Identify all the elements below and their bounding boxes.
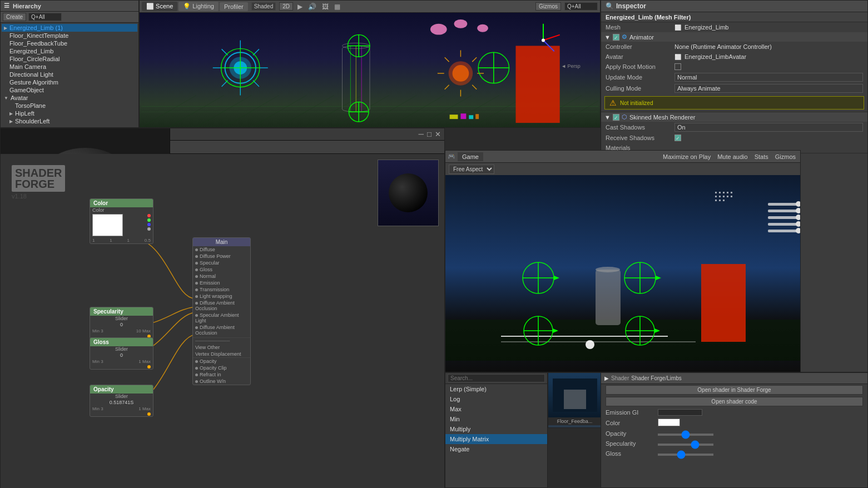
gloss-node-header: Gloss bbox=[90, 338, 153, 346]
specularity-label: Specularity bbox=[606, 440, 656, 447]
specularity-slider[interactable] bbox=[658, 444, 713, 446]
hier-item-shoulderleft[interactable]: ▶ ShoulderLeft bbox=[2, 117, 137, 125]
hier-item-dir-light[interactable]: Directional Light bbox=[2, 71, 137, 78]
gizmos-button[interactable]: Gizmos bbox=[773, 153, 798, 161]
color-node-header: Color bbox=[90, 199, 153, 207]
scene-settings-icon[interactable]: ▦ bbox=[333, 3, 341, 11]
func-item-negate[interactable]: Negate bbox=[445, 444, 547, 454]
hier-item-gesture[interactable]: Gesture Algorithm bbox=[2, 78, 137, 86]
hier-item-floor-kinect[interactable]: Floor_KinectTemplate bbox=[2, 32, 137, 39]
specularity-node-header: Specularity bbox=[90, 307, 153, 316]
hier-item-floor-circle[interactable]: Floor_CircleRadial bbox=[2, 55, 137, 63]
hier-item-label: Main Camera bbox=[9, 63, 46, 70]
apply-root-motion-checkbox[interactable] bbox=[674, 63, 681, 70]
hier-item-floor-feedback[interactable]: Floor_FeedbackTube bbox=[2, 39, 137, 47]
hier-item-energized-limb[interactable]: ▶ Energized_Limb (1) bbox=[2, 24, 137, 32]
color-port-group bbox=[124, 214, 151, 236]
hierarchy-search-input[interactable] bbox=[28, 13, 62, 21]
open-shader-forge-button[interactable]: Open shader in Shader Forge bbox=[606, 385, 863, 395]
game-canvas[interactable] bbox=[445, 175, 800, 372]
hier-item-gameobject[interactable]: GameObject bbox=[2, 86, 137, 94]
game-tab[interactable]: Game bbox=[458, 152, 483, 161]
hier-item-hipleft[interactable]: ▶ HipLeft bbox=[2, 109, 137, 117]
color-swatch[interactable] bbox=[658, 419, 680, 426]
func-item-min[interactable]: Min bbox=[445, 414, 547, 424]
func-item-lerp[interactable]: Lerp (Simple) bbox=[445, 384, 547, 394]
port-g bbox=[147, 218, 151, 222]
tab-profiler[interactable]: Profiler bbox=[220, 2, 248, 11]
apply-root-motion-label: Apply Root Motion bbox=[606, 63, 672, 70]
func-item-multiply[interactable]: Multiply bbox=[445, 424, 547, 434]
sf-close-button[interactable]: ✕ bbox=[435, 130, 441, 138]
tab-scene[interactable]: ⬜ Scene bbox=[142, 2, 177, 11]
warning-icon: ⚠ bbox=[609, 98, 617, 107]
color-node-values: 1110.5 bbox=[90, 237, 153, 243]
skinned-mesh-checkbox[interactable]: ✓ bbox=[613, 114, 619, 121]
svg-line-61 bbox=[543, 35, 560, 41]
scene-play-icon[interactable]: ▶ bbox=[296, 3, 304, 11]
section-expand-icon: ▼ bbox=[604, 34, 611, 41]
tab-lighting[interactable]: 💡 Lighting bbox=[178, 2, 219, 11]
mesh-row: Mesh ⬜ Energized_Limb bbox=[601, 22, 867, 32]
gloss-node[interactable]: Gloss Slider 0 Min 3 1 Max bbox=[90, 337, 153, 370]
hierarchy-title: Hierarchy bbox=[13, 3, 41, 9]
func-item-log[interactable]: Log bbox=[445, 394, 547, 404]
svg-line-10 bbox=[169, 96, 224, 127]
cast-shadows-value[interactable]: On bbox=[674, 123, 863, 132]
sf-logo: SHADER FORGE bbox=[12, 165, 65, 192]
shaded-dropdown[interactable]: Shaded bbox=[251, 2, 276, 11]
update-mode-value[interactable]: Normal bbox=[674, 73, 863, 82]
hierarchy-panel: ☰ Hierarchy Create ▶ Energized_Limb (1) … bbox=[0, 0, 139, 128]
opacity-slider[interactable] bbox=[658, 434, 713, 436]
sf-restore-button[interactable]: □ bbox=[427, 130, 431, 138]
hier-item-energized-limb2[interactable]: Energized_Limb bbox=[2, 47, 137, 55]
skinned-mesh-header[interactable]: ▼ ✓ ⬡ Skinned Mesh Renderer bbox=[601, 112, 867, 122]
2d-toggle-button[interactable]: 2D bbox=[279, 2, 293, 11]
func-item-max[interactable]: Max bbox=[445, 404, 547, 414]
scene-search-input[interactable] bbox=[564, 2, 598, 11]
open-shader-code-button[interactable]: Open shader code bbox=[606, 397, 863, 406]
hier-item-label: Floor_KinectTemplate bbox=[9, 32, 68, 39]
specularity-node[interactable]: Specularity Slider 0 Min 3 10 Max bbox=[90, 307, 153, 339]
receive-shadows-checkbox[interactable]: ✓ bbox=[674, 135, 681, 141]
func-item-multiply-matrix[interactable]: Multiply Matrix bbox=[445, 434, 547, 444]
main-node-opacity-clip: Opacity Clip bbox=[193, 365, 250, 371]
svg-rect-74 bbox=[731, 192, 732, 193]
scene-audio-icon[interactable]: 🔊 bbox=[307, 3, 318, 11]
main-node-separator: ─────────── bbox=[193, 337, 250, 344]
hier-item-avatar[interactable]: ▼ Avatar bbox=[2, 94, 137, 102]
receive-shadows-row: Receive Shadows ✓ bbox=[601, 133, 867, 143]
animator-checkbox[interactable]: ✓ bbox=[613, 34, 619, 41]
maximize-on-play-button[interactable]: Maximize on Play bbox=[661, 153, 713, 161]
hier-item-label: Gesture Algorithm bbox=[9, 79, 58, 86]
sf-mini-sphere bbox=[389, 173, 428, 212]
scene-3d-canvas[interactable]: ◄ Persp bbox=[140, 13, 600, 127]
specularity-range: Min 3 10 Max bbox=[90, 328, 153, 334]
hier-item-torsoplane[interactable]: TorsoPlane bbox=[2, 102, 137, 109]
hierarchy-create-button[interactable]: Create bbox=[3, 13, 26, 21]
bottom-insp-header: ▶ Shader Shader Forge/Limbs bbox=[601, 373, 867, 384]
gloss-slider[interactable] bbox=[658, 454, 713, 456]
hier-item-main-camera[interactable]: Main Camera bbox=[2, 63, 137, 71]
stats-button[interactable]: Stats bbox=[752, 153, 771, 161]
inspector-title-text: Inspector bbox=[616, 2, 646, 10]
gizmos-button[interactable]: Gizmos bbox=[535, 2, 561, 11]
main-node-opacity: Opacity bbox=[193, 357, 250, 365]
avatar-row: Avatar ⬜ Energized_LimbAvatar bbox=[601, 52, 867, 62]
culling-mode-value[interactable]: Always Animate bbox=[674, 84, 863, 93]
animator-header[interactable]: ▼ ✓ ⚙ Animator bbox=[601, 32, 867, 42]
svg-line-2 bbox=[141, 96, 196, 127]
main-node[interactable]: Main Diffuse Diffuse Power Specular Glos… bbox=[192, 237, 251, 385]
sf-node-canvas[interactable]: SHADER FORGE v1.18 Color bbox=[1, 154, 444, 488]
scene-image-icon[interactable]: 🖼 bbox=[321, 3, 330, 11]
sf-minimize-button[interactable]: ─ bbox=[418, 130, 423, 138]
opacity-node[interactable]: Opacity Slider 0.518741S Min 3 1 Max bbox=[90, 385, 153, 417]
avatar-value-text: Energized_LimbAvatar bbox=[685, 53, 746, 60]
sf-canvas-preview bbox=[378, 160, 439, 226]
expand-icon: ▼ bbox=[4, 96, 8, 101]
aspect-select[interactable]: Free Aspect bbox=[449, 165, 494, 174]
mute-audio-button[interactable]: Mute audio bbox=[715, 153, 750, 161]
color-node[interactable]: Color Color 1110.5 bbox=[90, 198, 153, 244]
functions-search-input[interactable] bbox=[448, 374, 545, 382]
svg-line-3 bbox=[196, 96, 251, 127]
